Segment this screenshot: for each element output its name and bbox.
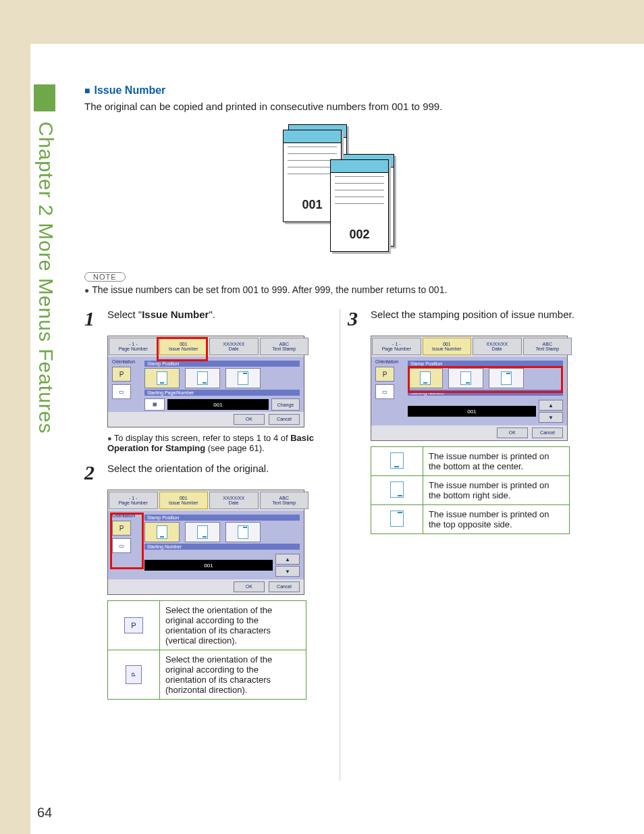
- orientation-landscape-button[interactable]: ▭: [112, 538, 131, 553]
- step-1: 1 Select "Issue Number".: [84, 309, 321, 329]
- table-row: The issue number is printed on the botto…: [371, 447, 570, 476]
- stamp-position-label: Stamp Position: [408, 361, 563, 367]
- orientation-explanation-table: P Select the orientation of the original…: [107, 600, 306, 700]
- heading-bullet-icon: ■: [84, 85, 90, 96]
- chapter-title: Chapter 2 More Menus Features: [30, 122, 57, 434]
- screenshot-step3: - 1 -Page Number 001Issue Number XX/XX/X…: [371, 336, 568, 441]
- page-number: 64: [37, 805, 52, 820]
- number-display: 001: [408, 406, 536, 417]
- step-2-number: 2: [84, 463, 99, 483]
- number-display: 001: [167, 399, 269, 410]
- table-row: The issue number is printed on the botto…: [371, 476, 570, 505]
- tab-page-number[interactable]: - 1 -Page Number: [109, 492, 158, 509]
- increment-button[interactable]: ▲: [539, 400, 563, 411]
- starting-number-label: Starting Number: [144, 544, 300, 550]
- orientation-label: Orientation: [112, 513, 139, 518]
- screenshot-step1: - 1 -Page Number 001Issue Number XX/XX/X…: [107, 336, 304, 427]
- cancel-button[interactable]: Cancel: [269, 414, 300, 425]
- bottom-center-icon: [390, 452, 404, 469]
- tab-issue-number[interactable]: 001Issue Number: [423, 338, 472, 355]
- tab-date[interactable]: XX/XX/XXDate: [473, 338, 522, 355]
- ok-button[interactable]: OK: [234, 581, 265, 592]
- table-cell-caption: Select the orientation of the original a…: [160, 650, 306, 700]
- table-cell-caption: The issue number is printed on the botto…: [423, 476, 570, 505]
- position-top-opposite-button[interactable]: [225, 522, 261, 542]
- position-bottom-center-button[interactable]: [144, 368, 180, 388]
- tab-page-number[interactable]: - 1 -Page Number: [372, 338, 421, 355]
- orientation-landscape-button[interactable]: ▭: [112, 384, 131, 399]
- heading-text: Issue Number: [94, 84, 165, 96]
- issue-number-figure: 001 002: [280, 124, 402, 256]
- orientation-label: Orientation: [375, 359, 402, 364]
- stamp-position-label: Stamp Position: [144, 515, 300, 521]
- position-bottom-center-button[interactable]: [408, 368, 443, 388]
- section-heading: ■Issue Number: [84, 84, 597, 97]
- portrait-icon: P: [124, 617, 143, 633]
- note-label: NOTE: [84, 272, 126, 282]
- step1-subnote: ●To display this screen, refer to steps …: [107, 433, 321, 453]
- position-bottom-right-button[interactable]: [448, 368, 483, 388]
- table-row: P Select the orientation of the original…: [108, 601, 306, 650]
- decrement-button[interactable]: ▼: [275, 566, 300, 577]
- orientation-portrait-button[interactable]: P: [112, 521, 131, 536]
- orientation-portrait-button[interactable]: P: [112, 367, 131, 382]
- step-2: 2 Select the orientation of the original…: [84, 463, 321, 483]
- step-1-number: 1: [84, 309, 99, 329]
- ok-button[interactable]: OK: [497, 427, 528, 438]
- right-column: 3 Select the stamping position of issue …: [348, 309, 584, 700]
- step-3: 3 Select the stamping position of issue …: [348, 309, 584, 329]
- ok-button[interactable]: OK: [234, 414, 265, 425]
- bottom-right-icon: [390, 481, 404, 498]
- tab-date[interactable]: XX/XX/XXDate: [209, 492, 259, 509]
- content-area: ■Issue Number The original can be copied…: [84, 84, 597, 700]
- landscape-icon: P: [126, 665, 142, 684]
- table-cell-caption: Select the orientation of the original a…: [160, 601, 306, 650]
- tab-date[interactable]: XX/XX/XXDate: [209, 338, 259, 355]
- tab-text-stamp[interactable]: ABCText Stamp: [260, 338, 309, 355]
- step-2-text: Select the orientation of the original.: [107, 463, 321, 483]
- table-cell-caption: The issue number is printed on the top o…: [423, 505, 570, 534]
- tab-issue-number[interactable]: 001Issue Number: [159, 338, 209, 355]
- starting-number-label: Starting Number: [408, 390, 563, 396]
- cancel-button[interactable]: Cancel: [269, 581, 300, 592]
- left-column: 1 Select "Issue Number". - 1 -Page Numbe…: [84, 309, 321, 700]
- keypad-icon: ▦: [144, 398, 165, 411]
- step-3-number: 3: [348, 309, 363, 329]
- position-explanation-table: The issue number is printed on the botto…: [371, 446, 570, 534]
- top-opposite-icon: [390, 511, 404, 527]
- position-top-opposite-button[interactable]: [225, 368, 261, 388]
- increment-button[interactable]: ▲: [275, 554, 300, 565]
- decrement-button[interactable]: ▼: [539, 412, 563, 423]
- tab-issue-number[interactable]: 001Issue Number: [159, 492, 209, 509]
- change-button[interactable]: Change: [271, 398, 300, 411]
- screenshot-step2: - 1 -Page Number 001Issue Number XX/XX/X…: [107, 490, 304, 595]
- stamp-position-label: Stamp Position: [144, 361, 300, 367]
- bullet-icon: ●: [84, 286, 89, 295]
- orientation-label: Orientation: [112, 359, 139, 364]
- cancel-button[interactable]: Cancel: [532, 427, 563, 438]
- starting-page-number-label: Starting Page/Number: [144, 390, 300, 396]
- sidebar-tab: [34, 84, 55, 111]
- position-bottom-right-button[interactable]: [185, 522, 220, 542]
- step-1-text: Select "Issue Number".: [107, 309, 321, 329]
- step-3-text: Select the stamping position of issue nu…: [371, 309, 584, 329]
- tab-text-stamp[interactable]: ABCText Stamp: [260, 492, 309, 509]
- table-cell-caption: The issue number is printed on the botto…: [423, 447, 570, 476]
- orientation-portrait-button[interactable]: P: [375, 367, 394, 382]
- table-row: The issue number is printed on the top o…: [371, 505, 570, 534]
- intro-text: The original can be copied and printed i…: [84, 101, 597, 112]
- figure-doc2-number: 002: [331, 228, 388, 242]
- tab-page-number[interactable]: - 1 -Page Number: [109, 338, 158, 355]
- position-bottom-center-button[interactable]: [144, 522, 180, 542]
- bullet-icon: ●: [107, 434, 112, 442]
- tab-text-stamp[interactable]: ABCText Stamp: [523, 338, 572, 355]
- table-row: P Select the orientation of the original…: [108, 650, 306, 700]
- position-bottom-right-button[interactable]: [185, 368, 220, 388]
- orientation-landscape-button[interactable]: ▭: [375, 384, 394, 399]
- position-top-opposite-button[interactable]: [489, 368, 524, 388]
- number-display: 001: [144, 560, 273, 571]
- note-text: ●The issue numbers can be set from 001 t…: [84, 284, 597, 295]
- column-divider: [340, 309, 340, 781]
